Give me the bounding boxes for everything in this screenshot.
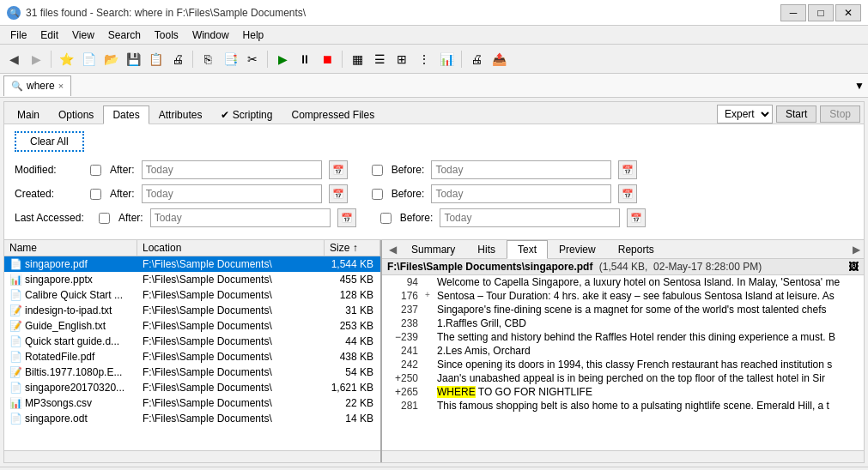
result-expand-icon[interactable]: + [425, 290, 437, 302]
tab-scripting[interactable]: ✔ Scripting [211, 105, 282, 124]
menu-file[interactable]: File [3, 27, 33, 43]
list-item[interactable]: +265 WHERE TO GO FOR NIGHTLIFE [382, 385, 864, 399]
maximize-button[interactable]: □ [808, 4, 834, 21]
menu-window[interactable]: Window [185, 27, 236, 43]
list-item[interactable]: −239 The setting and history behind the … [382, 330, 864, 344]
new-search-button[interactable]: 📄 [78, 49, 99, 69]
clear-all-button[interactable]: Clear All [15, 131, 84, 152]
results-tab-right-arrow[interactable]: ▶ [849, 242, 864, 257]
table-row[interactable]: 📝Guide_English.txt F:\Files\Sample Docum… [4, 318, 380, 334]
table-row[interactable]: 📊MP3songs.csv F:\Files\Sample Documents\… [4, 395, 380, 411]
modified-after-check[interactable] [90, 165, 101, 176]
result-expand-icon[interactable] [425, 331, 437, 343]
run-button[interactable]: ▶ [272, 49, 293, 69]
search-tab-where[interactable]: 🔍 where × [3, 75, 71, 96]
result-expand-icon[interactable] [425, 317, 437, 329]
export-button[interactable]: 📤 [489, 49, 509, 69]
tab-text[interactable]: Text [507, 240, 548, 259]
last-accessed-before-input[interactable] [440, 208, 620, 227]
result-expand-icon[interactable] [425, 304, 437, 316]
list-item[interactable]: 94 Welcome to Capella Singapore, a luxur… [382, 275, 864, 289]
menu-help[interactable]: Help [236, 27, 271, 43]
list-item[interactable]: 242 Since opening its doors in 1994, thi… [382, 358, 864, 371]
table-row[interactable]: 📄singapore.pdf F:\Files\Sample Documents… [4, 256, 380, 272]
menu-tools[interactable]: Tools [148, 27, 185, 43]
col-size[interactable]: Size ↑ [325, 240, 380, 256]
table-row[interactable]: 📄RotatedFile.pdf F:\Files\Sample Documen… [4, 349, 380, 365]
last-accessed-after-input[interactable] [150, 208, 331, 227]
result-expand-icon[interactable] [425, 345, 437, 357]
menu-view[interactable]: View [65, 27, 101, 43]
list-item[interactable]: 237 Singapore's fine-dining scene is a m… [382, 303, 864, 316]
last-accessed-before-check[interactable] [380, 213, 392, 224]
table-row[interactable]: 📄singapore20170320... F:\Files\Sample Do… [4, 380, 380, 395]
print2-button[interactable]: 🖨 [466, 49, 487, 69]
tab-dropdown[interactable]: ▼ [854, 80, 865, 92]
back-button[interactable]: ◀ [3, 49, 24, 69]
list-item[interactable]: 241 2.Les Amis, Orchard [382, 344, 864, 358]
tab-main[interactable]: Main [8, 105, 49, 124]
last-accessed-after-cal[interactable]: 📅 [337, 208, 356, 227]
modified-before-cal[interactable]: 📅 [618, 160, 637, 179]
table-row[interactable]: 📄singapore.odt F:\Files\Sample Documents… [4, 411, 380, 426]
file-list-scrollbar[interactable] [4, 450, 380, 462]
col-name[interactable]: Name [4, 240, 137, 256]
save-as-button[interactable]: 📋 [145, 49, 166, 69]
result-expand-icon[interactable] [425, 386, 437, 398]
tab-options[interactable]: Options [49, 105, 103, 124]
close-button[interactable]: ✕ [835, 4, 861, 21]
forward-button[interactable]: ▶ [26, 49, 46, 69]
tab-preview[interactable]: Preview [548, 240, 607, 258]
favorites-button[interactable]: ⭐ [56, 49, 76, 69]
result-header-icon[interactable]: 🖼 [848, 261, 859, 273]
view2-button[interactable]: ☰ [369, 49, 390, 69]
list-item[interactable]: +250 Jaan's unabashed appeal is in being… [382, 371, 864, 385]
search-tab-close[interactable]: × [58, 81, 64, 91]
table-row[interactable]: 📊singapore.pptx F:\Files\Sample Document… [4, 272, 380, 287]
copy-button[interactable]: ⎘ [197, 49, 218, 69]
stop-button[interactable]: ⏹ [317, 49, 337, 69]
created-before-check[interactable] [372, 189, 383, 200]
result-expand-icon[interactable] [425, 359, 437, 371]
results-scrollbar[interactable] [382, 450, 864, 462]
tab-dates[interactable]: Dates [103, 105, 149, 124]
created-after-check[interactable] [90, 189, 101, 200]
created-before-input[interactable] [431, 184, 611, 203]
tab-compressed[interactable]: Compressed Files [282, 105, 384, 124]
tab-summary[interactable]: Summary [400, 240, 466, 258]
modified-before-input[interactable] [431, 160, 611, 179]
expert-select[interactable]: Expert [717, 105, 773, 124]
move-button[interactable]: 📑 [220, 49, 240, 69]
pause-button[interactable]: ⏸ [294, 49, 315, 69]
last-accessed-before-cal[interactable]: 📅 [627, 208, 646, 227]
table-row[interactable]: 📝indesign-to-ipad.txt F:\Files\Sample Do… [4, 303, 380, 318]
stop-button[interactable]: Stop [820, 105, 860, 123]
menu-search[interactable]: Search [101, 27, 148, 43]
list-item[interactable]: 176 + Sentosa – Tour Duration: 4 hrs. ak… [382, 289, 864, 303]
list-item[interactable]: 238 1.Raffles Grill, CBD [382, 316, 864, 330]
last-accessed-after-check[interactable] [99, 213, 110, 224]
tab-reports[interactable]: Reports [607, 240, 665, 258]
view5-button[interactable]: 📊 [436, 49, 457, 69]
modified-after-input[interactable] [142, 160, 322, 179]
menu-edit[interactable]: Edit [33, 27, 65, 43]
table-row[interactable]: 📝Biltis.1977.1080p.E... F:\Files\Sample … [4, 365, 380, 380]
print-button[interactable]: 🖨 [167, 49, 188, 69]
result-expand-icon[interactable] [425, 372, 437, 384]
view1-button[interactable]: ▦ [347, 49, 367, 69]
table-row[interactable]: 📄Calibre Quick Start ... F:\Files\Sample… [4, 287, 380, 303]
save-button[interactable]: 💾 [123, 49, 143, 69]
start-button[interactable]: Start [776, 105, 816, 123]
view4-button[interactable]: ⋮ [414, 49, 434, 69]
created-after-input[interactable] [142, 184, 322, 203]
modified-after-cal[interactable]: 📅 [329, 160, 348, 179]
modified-before-check[interactable] [372, 165, 383, 176]
result-expand-icon[interactable] [425, 400, 437, 412]
col-location[interactable]: Location [137, 240, 325, 256]
created-after-cal[interactable]: 📅 [329, 184, 348, 203]
tab-attributes[interactable]: Attributes [149, 105, 212, 124]
minimize-button[interactable]: ─ [780, 4, 806, 21]
tab-hits[interactable]: Hits [466, 240, 507, 258]
view3-button[interactable]: ⊞ [392, 49, 412, 69]
results-tab-left-arrow[interactable]: ◀ [385, 242, 400, 257]
